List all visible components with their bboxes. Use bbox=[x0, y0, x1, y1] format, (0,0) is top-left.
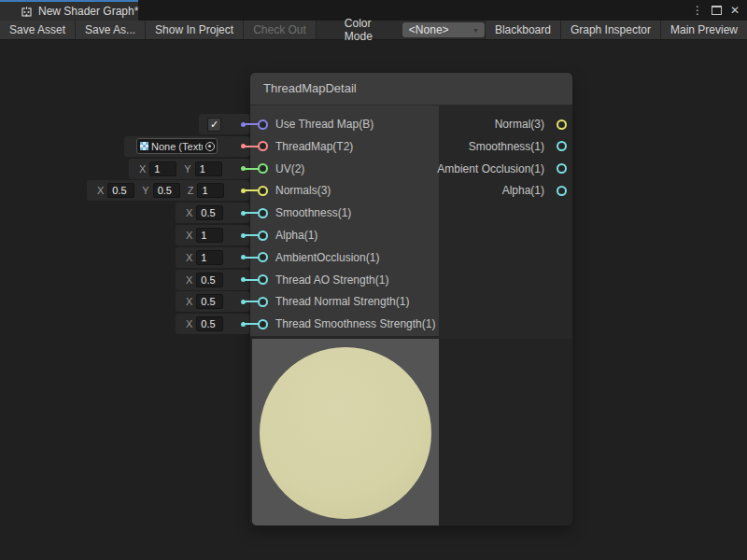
texture-object-field[interactable]: None (Textu bbox=[136, 138, 218, 154]
main-preview-button[interactable]: Main Preview bbox=[660, 21, 747, 39]
node-inputs-column: Use Thread Map(B)ThreadMap(T2)UV(2)Norma… bbox=[250, 105, 439, 336]
node-title[interactable]: ThreadMapDetail bbox=[250, 73, 572, 105]
show-in-project-button[interactable]: Show In Project bbox=[146, 21, 244, 39]
vector-value-field[interactable]: 0.5 bbox=[196, 273, 223, 287]
input-widget-6: X1 bbox=[176, 247, 249, 268]
port-wire bbox=[244, 212, 260, 214]
input-widget-5: X1 bbox=[176, 225, 249, 245]
output-port-0[interactable] bbox=[557, 119, 567, 130]
blackboard-button[interactable]: Blackboard bbox=[485, 21, 560, 39]
input-port-label: Thread AO Strength(1) bbox=[275, 273, 388, 287]
texture-thumbnail-icon bbox=[140, 142, 148, 150]
input-port-label: Alpha(1) bbox=[275, 228, 317, 243]
port-wire bbox=[244, 301, 260, 302]
input-widget-0: ✓ bbox=[199, 114, 249, 134]
axis-label: X bbox=[139, 163, 146, 175]
input-port-label: AmbientOcclusion(1) bbox=[275, 250, 379, 265]
input-widget-7: X0.5 bbox=[176, 270, 249, 290]
object-picker-icon[interactable] bbox=[203, 139, 217, 153]
output-port-label: Alpha(1) bbox=[502, 183, 544, 198]
output-port-3[interactable] bbox=[557, 186, 567, 196]
axis-label: X bbox=[186, 252, 192, 263]
node-threadmapdetail[interactable]: ThreadMapDetail Use Thread Map(B)ThreadM… bbox=[250, 73, 572, 525]
vector-value-field[interactable]: 0.5 bbox=[153, 183, 180, 198]
tab-title: New Shader Graph* bbox=[38, 5, 138, 18]
color-mode-value: <None> bbox=[409, 23, 449, 36]
axis-label: Y bbox=[142, 185, 148, 196]
port-wire bbox=[244, 279, 260, 281]
graph-inspector-button[interactable]: Graph Inspector bbox=[560, 21, 660, 39]
port-wire bbox=[244, 323, 260, 325]
toolbar-right-group: Blackboard Graph Inspector Main Preview bbox=[485, 21, 747, 39]
use-thread-map-checkbox[interactable]: ✓ bbox=[207, 118, 221, 132]
input-port-label: Thread Smoothness Strength(1) bbox=[275, 316, 435, 331]
axis-label: X bbox=[186, 274, 192, 286]
input-port-label: Use Thread Map(B) bbox=[275, 117, 374, 132]
vector-value-field[interactable]: 1 bbox=[196, 250, 223, 265]
maximize-icon[interactable] bbox=[712, 6, 722, 15]
input-widget-4: X0.5 bbox=[176, 203, 249, 223]
input-port-label: Thread Normal Strength(1) bbox=[275, 294, 409, 309]
color-mode-group: Color Mode <None> ▼ bbox=[345, 21, 485, 39]
close-icon[interactable]: ✕ bbox=[730, 5, 740, 16]
tab-new-shader-graph[interactable]: New Shader Graph* bbox=[0, 0, 138, 21]
axis-label: X bbox=[186, 207, 192, 218]
output-port-label: Smoothness(1) bbox=[469, 139, 544, 154]
object-field-value: None (Textu bbox=[151, 141, 203, 152]
shader-graph-icon bbox=[21, 6, 33, 18]
axis-label: X bbox=[186, 318, 192, 329]
port-wire bbox=[244, 168, 260, 170]
input-port-label: Normals(3) bbox=[275, 183, 331, 198]
output-port-label: Ambient Occlusion(1) bbox=[437, 161, 544, 176]
input-widget-2: X1Y1 bbox=[129, 159, 249, 179]
vector-value-field[interactable]: 0.5 bbox=[107, 183, 134, 198]
output-port-label: Normal(3) bbox=[495, 117, 544, 132]
port-wire bbox=[244, 189, 260, 191]
port-wire bbox=[244, 234, 260, 236]
input-widget-9: X0.5 bbox=[176, 314, 249, 334]
input-widget-1: None (Textu bbox=[124, 136, 249, 157]
port-wire bbox=[244, 257, 260, 259]
output-port-2[interactable] bbox=[557, 163, 567, 174]
vector-value-field[interactable]: 1 bbox=[195, 161, 222, 176]
node-preview bbox=[252, 339, 439, 525]
input-port-label: Smoothness(1) bbox=[275, 205, 351, 220]
axis-label: Y bbox=[184, 163, 190, 175]
node-body-filler bbox=[439, 339, 572, 525]
save-asset-button[interactable]: Save Asset bbox=[0, 21, 76, 39]
node-outputs-column: Normal(3)Smoothness(1)Ambient Occlusion(… bbox=[439, 105, 572, 339]
check-out-button[interactable]: Check Out bbox=[244, 21, 317, 39]
input-widget-3: X0.5Y0.5Z1 bbox=[87, 180, 249, 201]
port-wire bbox=[244, 146, 260, 147]
color-mode-label: Color Mode bbox=[345, 17, 395, 43]
input-port-label: UV(2) bbox=[275, 161, 304, 176]
vector-value-field[interactable]: 1 bbox=[197, 183, 224, 198]
input-port-label: ThreadMap(T2) bbox=[275, 139, 353, 154]
vector-value-field[interactable]: 1 bbox=[196, 228, 223, 243]
port-wire bbox=[244, 123, 260, 125]
window-controls: ⋮ ✕ bbox=[692, 0, 747, 21]
vector-value-field[interactable]: 0.5 bbox=[196, 294, 223, 309]
output-port-1[interactable] bbox=[557, 141, 567, 151]
color-mode-dropdown[interactable]: <None> ▼ bbox=[402, 22, 485, 37]
vector-value-field[interactable]: 0.5 bbox=[196, 205, 223, 220]
chevron-down-icon: ▼ bbox=[472, 27, 479, 34]
vector-value-field[interactable]: 0.5 bbox=[196, 316, 223, 331]
object-picker-glyph bbox=[205, 142, 215, 151]
save-as-button[interactable]: Save As... bbox=[76, 21, 146, 39]
axis-label: X bbox=[97, 185, 104, 196]
toolbar: Save Asset Save As... Show In Project Ch… bbox=[0, 21, 747, 40]
vector-value-field[interactable]: 1 bbox=[149, 161, 176, 176]
axis-label: X bbox=[186, 230, 192, 241]
menu-icon[interactable]: ⋮ bbox=[692, 5, 703, 16]
preview-sphere bbox=[260, 347, 431, 519]
check-icon: ✓ bbox=[210, 119, 218, 131]
axis-label: Z bbox=[188, 185, 194, 196]
input-widget-8: X0.5 bbox=[176, 291, 249, 312]
axis-label: X bbox=[186, 296, 192, 307]
